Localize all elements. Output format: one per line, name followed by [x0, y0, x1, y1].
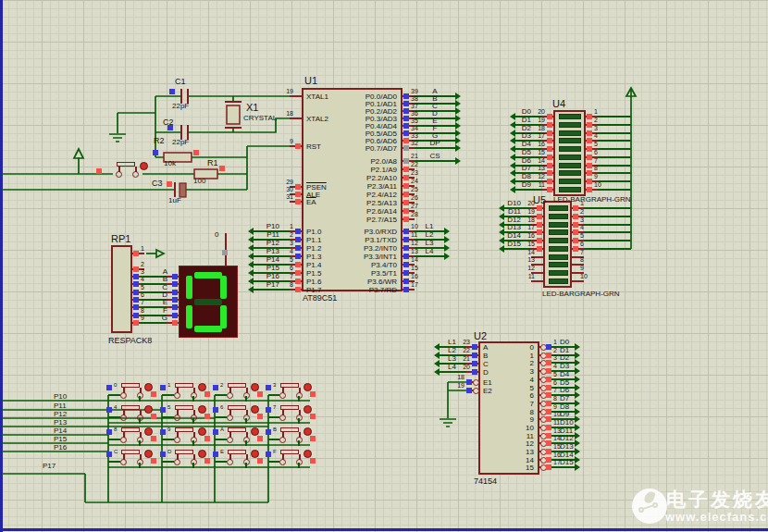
net-label: D1 [489, 116, 531, 123]
pin-stub [572, 280, 584, 282]
push-button-contact-icon [279, 414, 286, 421]
net-label: D [125, 291, 167, 298]
net-state-square [167, 181, 172, 187]
pin-name: P0.5/AD5 [354, 130, 397, 137]
pin-state-square [587, 155, 592, 160]
net-label: D11 [478, 207, 521, 215]
pin-name: P1.0 [306, 228, 349, 235]
pin-state-square [295, 199, 301, 204]
net-state-square [219, 166, 225, 171]
pin-state-square [587, 163, 592, 168]
pin-number: 11 [531, 181, 545, 189]
pin-state-square [403, 200, 409, 205]
wire [162, 439, 174, 440]
pin-state-square [160, 407, 166, 413]
wire [245, 396, 247, 402]
pin-state-square [573, 246, 578, 252]
wire [162, 394, 174, 396]
net-label: D9 [489, 180, 531, 188]
pin-number: 16 [411, 273, 425, 280]
pin-state-square [587, 138, 592, 143]
proteus-schematic-canvas[interactable]: U1 AT89C51 U2 74154 U4 LED-BARGRAPH-GRN … [0, 0, 768, 532]
pin-name: XTAL1 [306, 93, 349, 100]
pin-state-square [266, 407, 271, 413]
segment-C [220, 305, 227, 328]
pin-number: 18 [531, 125, 545, 132]
pin-state-square [472, 369, 477, 375]
wire [192, 396, 194, 402]
net-label-p14: P14 [54, 427, 67, 435]
pin-state-square [403, 138, 409, 143]
led-bar [559, 138, 581, 143]
pin-name: 15 [491, 464, 534, 471]
pin-state-square [547, 170, 552, 176]
pin-state-square [295, 192, 301, 197]
button-indicator-icon [144, 383, 153, 391]
net-label: D5 [560, 378, 597, 386]
pin-name: ALE [306, 191, 349, 198]
pin-state-square [403, 116, 409, 121]
pin-name: P1.7 [306, 286, 349, 293]
pin-number: 22 [456, 347, 470, 354]
push-button-contact-icon [120, 437, 127, 443]
u2-part: 74154 [474, 476, 497, 486]
net-label: D [415, 109, 455, 117]
net-state-square [193, 150, 199, 155]
pin-number: 19 [279, 88, 293, 95]
led-bar [549, 222, 568, 228]
pin-state-square [472, 361, 477, 366]
pin-state-square [547, 163, 552, 168]
net-label: D15 [478, 240, 521, 247]
button-indicator-icon [303, 427, 312, 436]
pin-state-square [295, 229, 301, 234]
pin-number: 24 [411, 178, 425, 185]
pin-number: 18 [279, 110, 293, 118]
pin-number: 9 [594, 173, 608, 180]
pin-number: 20 [531, 108, 545, 116]
wire [139, 440, 141, 446]
net-label: C [415, 102, 455, 109]
pin-state-square [403, 254, 409, 259]
pin-state-square [295, 262, 301, 267]
key-label: A [220, 427, 228, 433]
pin-number: 2 [594, 117, 608, 124]
pin-name: P1.6 [306, 278, 349, 285]
pin-name: 4 [491, 376, 534, 383]
pin-name: 5 [491, 384, 534, 391]
led-bar [559, 187, 581, 192]
net-label-display-common: 0 [215, 230, 218, 239]
button-indicator-icon [198, 383, 206, 391]
net-label: D4 [489, 140, 531, 147]
net-label: CS [415, 152, 455, 159]
pin-name: 9 [491, 415, 534, 423]
pin-name: P3.3/INT1 [354, 253, 397, 260]
net-label: D12 [478, 216, 521, 223]
button-indicator-icon [251, 427, 259, 436]
pin-state-square [537, 246, 542, 252]
push-button-contact-icon [227, 459, 233, 465]
net-arrow-icon [444, 253, 450, 260]
pin-name: P3.2/INT0 [354, 244, 397, 252]
net-label: F [125, 306, 167, 314]
push-button-contact-icon [227, 414, 233, 421]
pin-state-square [537, 238, 542, 243]
net-label: E [125, 298, 167, 305]
pin-state-square [266, 429, 271, 435]
pin-name: P2.3/A11 [354, 182, 397, 190]
pin-state-square [547, 130, 552, 136]
net-arrow-icon [455, 100, 461, 107]
wire [108, 394, 120, 396]
net-label: D7 [560, 394, 597, 402]
led-bar [559, 146, 581, 152]
pin-state-square [172, 274, 178, 279]
net-arrow-icon [444, 236, 450, 243]
net-state-square [167, 125, 173, 130]
net-label: G [415, 131, 455, 139]
pin-state-square [160, 452, 166, 457]
pin-number: 22 [411, 161, 425, 168]
pin-number: 13 [521, 256, 535, 264]
led-bar [559, 163, 581, 168]
wire [162, 461, 174, 463]
wire [298, 463, 300, 468]
pin-number: 8 [279, 281, 293, 289]
